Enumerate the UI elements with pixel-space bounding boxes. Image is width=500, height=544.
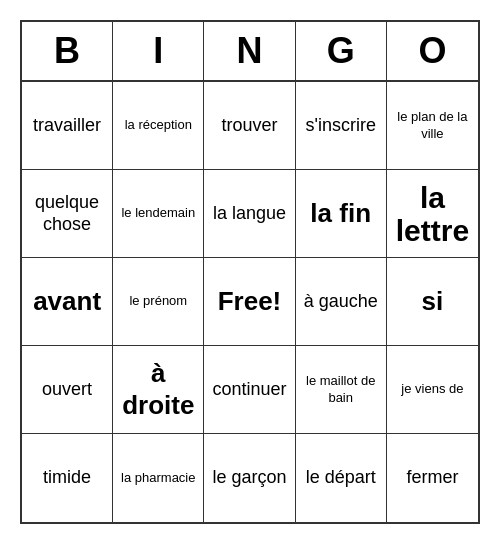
cell-text-15: ouvert (42, 379, 92, 401)
bingo-cell-3: s'inscrire (296, 82, 387, 170)
cell-text-21: la pharmacie (121, 470, 195, 487)
cell-text-18: le maillot de bain (302, 373, 380, 407)
bingo-cell-1: la réception (113, 82, 204, 170)
bingo-cell-21: la pharmacie (113, 434, 204, 522)
bingo-cell-5: quelque chose (22, 170, 113, 258)
header-letter-I: I (113, 22, 204, 80)
cell-text-1: la réception (125, 117, 192, 134)
cell-text-19: je viens de (401, 381, 463, 398)
bingo-cell-14: si (387, 258, 478, 346)
bingo-cell-10: avant (22, 258, 113, 346)
cell-text-3: s'inscrire (305, 115, 375, 137)
cell-text-8: la fin (310, 198, 371, 229)
bingo-cell-9: la lettre (387, 170, 478, 258)
cell-text-6: le lendemain (121, 205, 195, 222)
bingo-cell-16: à droite (113, 346, 204, 434)
cell-text-2: trouver (221, 115, 277, 137)
bingo-cell-22: le garçon (204, 434, 295, 522)
cell-text-20: timide (43, 467, 91, 489)
bingo-cell-12: Free! (204, 258, 295, 346)
cell-text-9: la lettre (393, 181, 472, 247)
bingo-cell-19: je viens de (387, 346, 478, 434)
header-letter-G: G (296, 22, 387, 80)
bingo-grid: travaillerla réceptiontrouvers'inscrirel… (22, 82, 478, 522)
cell-text-13: à gauche (304, 291, 378, 313)
bingo-cell-7: la langue (204, 170, 295, 258)
bingo-cell-11: le prénom (113, 258, 204, 346)
bingo-cell-24: fermer (387, 434, 478, 522)
header-letter-B: B (22, 22, 113, 80)
bingo-cell-23: le départ (296, 434, 387, 522)
bingo-cell-8: la fin (296, 170, 387, 258)
bingo-cell-4: le plan de la ville (387, 82, 478, 170)
bingo-cell-13: à gauche (296, 258, 387, 346)
cell-text-16: à droite (119, 358, 197, 420)
cell-text-14: si (422, 286, 444, 317)
bingo-cell-17: continuer (204, 346, 295, 434)
header-letter-O: O (387, 22, 478, 80)
cell-text-7: la langue (213, 203, 286, 225)
cell-text-24: fermer (406, 467, 458, 489)
bingo-header: BINGO (22, 22, 478, 82)
cell-text-23: le départ (306, 467, 376, 489)
bingo-cell-6: le lendemain (113, 170, 204, 258)
cell-text-4: le plan de la ville (393, 109, 472, 143)
header-letter-N: N (204, 22, 295, 80)
cell-text-11: le prénom (129, 293, 187, 310)
bingo-cell-2: trouver (204, 82, 295, 170)
bingo-cell-0: travailler (22, 82, 113, 170)
cell-text-0: travailler (33, 115, 101, 137)
cell-text-17: continuer (212, 379, 286, 401)
bingo-cell-20: timide (22, 434, 113, 522)
bingo-card: BINGO travaillerla réceptiontrouvers'ins… (20, 20, 480, 524)
cell-text-12: Free! (218, 286, 282, 317)
bingo-cell-15: ouvert (22, 346, 113, 434)
cell-text-5: quelque chose (28, 192, 106, 235)
cell-text-22: le garçon (212, 467, 286, 489)
bingo-cell-18: le maillot de bain (296, 346, 387, 434)
cell-text-10: avant (33, 286, 101, 317)
